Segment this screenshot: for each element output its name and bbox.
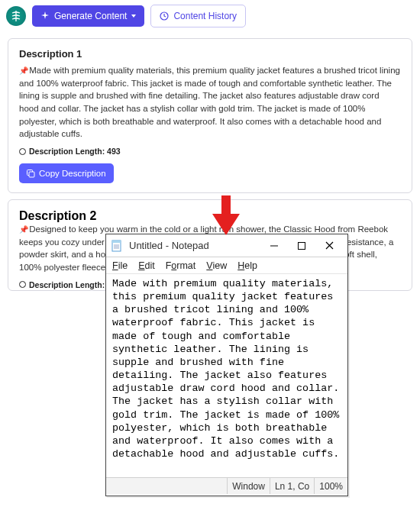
content-history-button[interactable]: Content History <box>150 5 246 27</box>
card-title: Description 1 <box>19 48 401 60</box>
generate-content-button[interactable]: Generate Content <box>32 5 144 27</box>
length-label: Description Length: 493 <box>29 147 121 156</box>
pin-icon: 📌 <box>19 224 27 232</box>
status-bar: Window Ln 1, Co 100% <box>106 477 347 494</box>
history-label: Content History <box>173 11 237 21</box>
chevron-down-icon <box>131 15 136 18</box>
generate-label: Generate Content <box>54 11 127 21</box>
maximize-button[interactable] <box>288 235 315 257</box>
menu-bar: File Edit Format View Help <box>106 257 347 274</box>
menu-edit[interactable]: Edit <box>138 260 155 271</box>
menu-format[interactable]: Format <box>166 260 196 271</box>
app-logo <box>6 6 26 26</box>
card-title: Description 2 <box>19 209 401 223</box>
copy-description-button[interactable]: Copy Description <box>19 163 114 183</box>
status-cursor: Ln 1, Co <box>270 478 314 494</box>
menu-file[interactable]: File <box>112 260 128 271</box>
minimize-button[interactable] <box>260 235 288 257</box>
close-button[interactable] <box>315 235 343 257</box>
svg-rect-12 <box>299 242 305 249</box>
topbar: Generate Content Content History <box>0 0 420 32</box>
description-text: 📌 Made with premium quality materials, t… <box>19 64 401 140</box>
status-encoding: Window <box>227 478 270 494</box>
svg-rect-3 <box>29 172 34 177</box>
length-row: Description Length: 493 <box>19 147 401 156</box>
sparkle-icon <box>40 11 50 21</box>
status-zoom: 100% <box>314 478 347 494</box>
description-card-1: Description 1 📌 Made with premium qualit… <box>8 38 412 193</box>
window-buttons <box>260 235 343 257</box>
window-title: Untitled - Notepad <box>129 240 209 251</box>
copy-label: Copy Description <box>39 169 106 178</box>
notepad-icon <box>111 240 123 252</box>
red-arrow-annotation <box>212 195 240 238</box>
svg-rect-7 <box>112 241 121 243</box>
pin-icon: 📌 <box>19 66 27 73</box>
notepad-window: Untitled - Notepad File Edit Format View… <box>105 234 348 496</box>
bullet-icon <box>19 281 26 288</box>
clock-icon <box>160 11 169 21</box>
copy-icon <box>27 170 35 178</box>
bullet-icon <box>19 148 26 155</box>
notepad-text-area[interactable]: Made with premium quality materials, thi… <box>106 274 347 477</box>
menu-view[interactable]: View <box>206 260 227 271</box>
menu-help[interactable]: Help <box>237 260 257 271</box>
